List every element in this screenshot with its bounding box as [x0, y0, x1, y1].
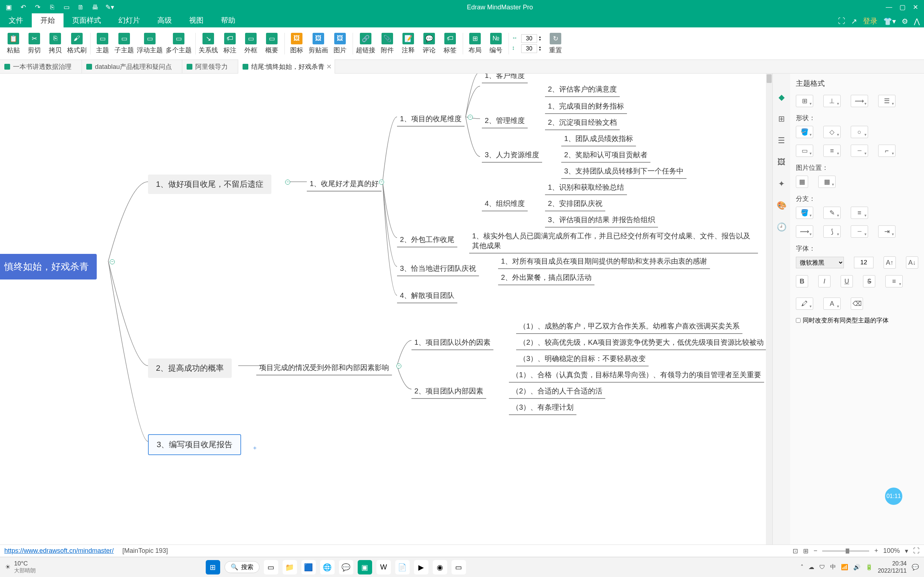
node[interactable]: （2）、较高优先级，KA项目资源竞争优势更大，低优先级项目资源比较被动: [516, 337, 767, 350]
number-button[interactable]: №编号: [487, 33, 505, 55]
font-increase-button[interactable]: A↑: [884, 256, 896, 269]
node[interactable]: 2、沉淀项目经验文档: [545, 117, 620, 130]
relation-button[interactable]: ↘关系线: [199, 33, 218, 55]
node[interactable]: 3、人力资源维度: [482, 149, 542, 163]
shape-button[interactable]: ◇: [823, 126, 841, 138]
node[interactable]: （3）、有条理计划: [509, 402, 577, 415]
node[interactable]: （2）、合适的人干合适的活: [509, 385, 605, 399]
window-icon[interactable]: ▭: [62, 3, 71, 11]
side-tab-layout-icon[interactable]: ⊞: [775, 113, 787, 125]
chrome-icon[interactable]: ◉: [433, 560, 447, 574]
node[interactable]: 1、客户维度: [482, 74, 528, 83]
node[interactable]: 1、对所有项目成员在项目期间提供的帮助和支持表示由衷的感谢: [498, 256, 710, 269]
side-tab-style-icon[interactable]: ◆: [775, 92, 787, 103]
share-icon[interactable]: ↗: [851, 17, 857, 26]
line-dash-button[interactable]: ┄: [851, 145, 868, 157]
reset-button[interactable]: ↻重置: [546, 33, 564, 55]
branch-connector-button[interactable]: ⟿: [796, 226, 813, 238]
side-tab-outline-icon[interactable]: ☰: [775, 135, 787, 147]
iconset-button[interactable]: 🖼图标: [288, 33, 306, 55]
add-child-icon[interactable]: ＋: [252, 444, 258, 452]
node[interactable]: 4、解散项目团队: [397, 290, 457, 303]
collapse-toggle[interactable]: −: [379, 180, 384, 185]
connector-style-button[interactable]: ⟿: [851, 95, 868, 107]
comment-button[interactable]: 💬评论: [420, 33, 438, 55]
wifi-icon[interactable]: 📶: [841, 564, 848, 571]
tray-cloud-icon[interactable]: ☁: [809, 564, 814, 571]
branch-curve-button[interactable]: ⟆: [823, 226, 841, 238]
explorer-icon[interactable]: 📁: [283, 560, 297, 574]
node[interactable]: 1、完成项目的财务指标: [545, 101, 627, 114]
settings-icon[interactable]: ⚙: [901, 17, 908, 26]
undo-icon[interactable]: ↶: [19, 3, 27, 11]
node[interactable]: 2、安排团队庆祝: [545, 198, 605, 211]
app-icon[interactable]: 🟦: [301, 560, 316, 574]
vertical-scrollbar[interactable]: [766, 74, 772, 549]
clock[interactable]: 20:34 2022/12/11: [878, 560, 907, 574]
clear-format-button[interactable]: ⌫: [851, 298, 863, 310]
branch-fill-button[interactable]: 🪣: [796, 206, 813, 219]
callout-button[interactable]: 🏷标注: [221, 33, 239, 55]
paste-button[interactable]: 📋粘贴: [4, 33, 23, 55]
tree-style-button[interactable]: ⊥: [823, 95, 841, 107]
format-painter-button[interactable]: 🖌格式刷: [67, 33, 87, 55]
pdf-icon[interactable]: 📄: [395, 560, 410, 574]
ime-indicator[interactable]: 中: [830, 563, 836, 571]
export-icon[interactable]: ⎘: [48, 3, 56, 11]
bold-button[interactable]: B: [796, 275, 808, 287]
collapse-toggle[interactable]: −: [285, 180, 290, 185]
close-tab-icon[interactable]: ✕: [326, 63, 332, 71]
collapse-toggle[interactable]: −: [468, 115, 473, 120]
fit-page-icon[interactable]: ⊡: [793, 547, 798, 555]
tag-button[interactable]: 🏷标签: [441, 33, 459, 55]
wechat-icon[interactable]: 💬: [339, 560, 353, 574]
fullscreen-icon[interactable]: ⛶: [838, 17, 845, 25]
font-size-input[interactable]: [854, 257, 874, 268]
node[interactable]: 2、奖励和认可项目贡献者: [561, 149, 650, 163]
font-family-select[interactable]: 微软雅黑: [796, 257, 844, 268]
align-button[interactable]: ≡: [885, 275, 903, 287]
branch-3-selected[interactable]: 3、编写项目收尾报告: [148, 434, 241, 455]
collapse-toggle[interactable]: −: [396, 364, 401, 369]
line-weight-button[interactable]: ≡: [823, 145, 841, 157]
close-icon[interactable]: ✕: [913, 3, 918, 11]
branch-weight-button[interactable]: ≡: [851, 206, 868, 219]
zoom-in-icon[interactable]: +: [874, 547, 878, 554]
redo-icon[interactable]: ↷: [33, 3, 42, 11]
underline-button[interactable]: U: [841, 275, 853, 287]
fit-width-icon[interactable]: ⊞: [803, 547, 809, 555]
italic-button[interactable]: I: [818, 275, 830, 287]
node[interactable]: （1）、成熟的客户，甲乙双方合作关系。幼稚客户喜欢强调买卖关系: [516, 321, 743, 334]
task-view-icon[interactable]: ▭: [264, 560, 278, 574]
app2-icon[interactable]: ▶: [414, 560, 428, 574]
edit-icon[interactable]: ✎▾: [105, 3, 114, 11]
node[interactable]: 4、组织维度: [482, 198, 528, 211]
summary-button[interactable]: ▭概要: [263, 33, 281, 55]
cut-button[interactable]: ✂剪切: [25, 33, 43, 55]
save-icon[interactable]: 🗎: [76, 3, 85, 11]
edge-icon[interactable]: 🌐: [320, 560, 334, 574]
node[interactable]: 2、评估客户的满意度: [545, 84, 620, 97]
image-button[interactable]: 🖼图片: [331, 33, 349, 55]
side-tab-history-icon[interactable]: 🕘: [775, 221, 787, 233]
volume-icon[interactable]: 🔊: [853, 564, 861, 571]
font-decrease-button[interactable]: A↓: [906, 256, 918, 269]
status-url[interactable]: https://www.edrawsoft.cn/mindmaster/: [4, 547, 114, 554]
branch-end-button[interactable]: ⇥: [878, 226, 895, 238]
corner-button[interactable]: ⌐: [878, 145, 895, 157]
side-tab-clipart-icon[interactable]: 🎨: [775, 200, 787, 211]
node[interactable]: 2、外出聚餐，搞点团队活动: [498, 272, 594, 285]
menu-page-style[interactable]: 页面样式: [63, 13, 110, 27]
boundary-button[interactable]: ▭外框: [242, 33, 260, 55]
menu-advanced[interactable]: 高级: [149, 13, 181, 27]
notifications-icon[interactable]: 💬: [912, 564, 919, 571]
node[interactable]: 1、团队成员绩效指标: [561, 133, 636, 147]
node[interactable]: 1、项目团队以外的因素: [412, 337, 493, 350]
root-node[interactable]: 慎终如始，好戏杀青: [0, 254, 97, 279]
fullscreen-icon[interactable]: ⛶: [913, 547, 920, 554]
side-tab-image-icon[interactable]: 🖼: [775, 156, 787, 168]
node[interactable]: 3、支持团队成员转移到下一个任务中: [561, 166, 687, 179]
width-input[interactable]: [521, 34, 537, 43]
node[interactable]: （1）、合格（认真负责，目标结果导向强）、有领导力的项目管理者至关重要: [509, 369, 764, 383]
topic-button[interactable]: ▭主题: [94, 33, 111, 55]
